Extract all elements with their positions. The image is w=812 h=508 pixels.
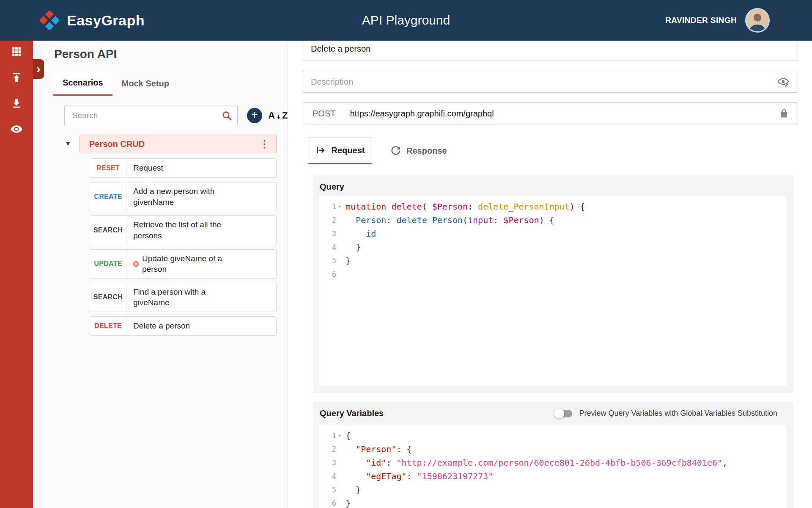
scenario-panel: Person API Scenarios Mock Setup + A (33, 41, 288, 508)
http-method-label[interactable]: POST (313, 109, 335, 119)
sort-letter-a: A (268, 110, 275, 121)
scenario-tag: CREATE (90, 182, 126, 211)
scenario-label: Request (126, 159, 276, 177)
line-gutter: 2 (319, 442, 343, 456)
line-number: 1 (319, 429, 336, 442)
toggle-knob (554, 409, 564, 419)
line-gutter: 2 (319, 213, 343, 227)
line-content: } (343, 497, 351, 508)
scenario-tag: SEARCH (90, 216, 126, 244)
request-arrow-icon (315, 145, 326, 156)
scenario-group-person-crud[interactable]: Person CRUD ⋮ (80, 135, 277, 153)
scenario-item[interactable]: SEARCH Find a person with a giveName (90, 283, 277, 312)
scenario-item[interactable]: DELETE Delete a person (90, 316, 277, 336)
user-name: RAVINDER SINGH (665, 16, 737, 25)
line-content (343, 268, 346, 281)
line-gutter: 5 (319, 254, 343, 268)
query-variables-section: Query Variables Preview Query Variables … (313, 402, 793, 508)
plus-icon: + (251, 109, 258, 121)
api-title: Person API (54, 47, 117, 61)
query-variables-heading: Query Variables (320, 409, 384, 418)
variables-editor[interactable]: 1 ▾ { 2 "Person": { 3 "id": "http://exam… (319, 425, 786, 508)
query-heading: Query (313, 175, 793, 192)
line-gutter: 6 (319, 268, 343, 281)
code-line: 2 "Person": { (319, 442, 786, 456)
scenario-label: Update giveName of a person (126, 250, 276, 278)
line-number: 4 (319, 240, 336, 254)
add-scenario-button[interactable]: + (247, 108, 262, 123)
scenario-label: Delete a person (126, 317, 276, 335)
response-refresh-icon (390, 145, 401, 157)
line-content: { (343, 429, 351, 442)
scenario-label: Add a new person with givenName (126, 182, 276, 211)
line-gutter: 3 (319, 227, 343, 240)
description-input[interactable] (302, 71, 798, 92)
upload-icon[interactable] (7, 68, 26, 87)
request-response-tabs: Request Response (308, 137, 455, 164)
endpoint-url[interactable]: https://easygraph.graphifi.com/graphql (350, 109, 494, 119)
line-gutter: 5 (319, 483, 343, 497)
line-content: } (343, 483, 361, 497)
line-gutter: 4 (319, 240, 343, 254)
line-content: id (343, 227, 376, 240)
app-window: EasyGraph API Playground RAVINDER SINGH (0, 0, 812, 508)
icon-rail (0, 41, 33, 508)
expand-panel-handle[interactable]: › (33, 59, 44, 79)
user-menu[interactable]: RAVINDER SINGH (665, 0, 770, 41)
apps-grid-icon[interactable] (7, 42, 26, 61)
line-number: 3 (319, 227, 336, 240)
tab-response[interactable]: Response (381, 137, 455, 164)
code-line: 4 "egETag": "1590623197273" (319, 469, 786, 483)
main-content: POST https://easygraph.graphifi.com/grap… (288, 41, 812, 508)
kebab-menu-icon[interactable]: ⋮ (260, 138, 276, 150)
sort-alpha-button[interactable]: A Z (268, 110, 288, 121)
code-line: 5 } (319, 483, 786, 497)
line-content: "Person": { (343, 442, 412, 456)
description-field (302, 71, 798, 93)
query-section: Query 1 ▾ mutation delete( $Person: dele… (313, 175, 793, 393)
scenario-item[interactable]: CREATE Add a new person with givenName (90, 182, 277, 211)
download-icon[interactable] (7, 94, 26, 113)
search-input[interactable] (65, 111, 221, 120)
fold-caret-icon: ▾ (336, 200, 343, 213)
search-icon[interactable] (221, 110, 232, 121)
line-number: 2 (319, 442, 336, 456)
panel-tabs: Scenarios Mock Setup (53, 71, 178, 96)
line-content: } (343, 254, 351, 268)
scenario-item[interactable]: UPDATE Update giveName of a person (90, 249, 277, 279)
code-line: 5 } (319, 254, 786, 268)
line-number: 6 (319, 497, 336, 508)
scenario-tag: RESET (90, 159, 126, 177)
code-line: 6 (319, 268, 786, 281)
eye-icon[interactable] (7, 120, 26, 138)
search-row: + A Z (64, 105, 288, 126)
endpoint-bar[interactable]: POST https://easygraph.graphifi.com/grap… (302, 102, 798, 124)
tab-mock-setup[interactable]: Mock Setup (112, 71, 178, 96)
line-number: 1 (319, 200, 336, 213)
preview-icon[interactable] (777, 76, 789, 88)
lock-icon[interactable] (779, 108, 789, 119)
substitution-toggle-label: Preview Query Variables with Global Vari… (579, 409, 777, 418)
line-number: 6 (319, 268, 336, 281)
line-gutter: 1 ▾ (319, 429, 343, 442)
tab-request-label: Request (332, 146, 365, 155)
chevron-down-icon[interactable]: ▾ (66, 138, 70, 148)
chevron-right-icon: › (36, 62, 40, 76)
scenario-item[interactable]: SEARCH Retrieve the list of all the pers… (90, 215, 277, 245)
scenario-item[interactable]: RESET Request (90, 158, 277, 178)
code-line: 4 } (319, 240, 786, 254)
tab-request[interactable]: Request (308, 137, 372, 164)
avatar[interactable] (745, 8, 770, 33)
line-number: 3 (319, 456, 336, 469)
fold-caret-icon: ▾ (336, 429, 343, 442)
line-number: 4 (319, 469, 336, 483)
scenario-label: Find a person with a giveName (126, 283, 276, 312)
code-line: 1 ▾ mutation delete( $Person: delete_Per… (319, 200, 786, 213)
search-box (64, 105, 238, 126)
line-gutter: 1 ▾ (319, 200, 343, 213)
line-content: mutation delete( $Person: delete_PersonI… (343, 200, 585, 213)
preview-substitution-toggle[interactable] (555, 410, 572, 417)
line-content: "id": "http://example.com/person/60ece80… (343, 456, 727, 469)
tab-scenarios[interactable]: Scenarios (53, 71, 112, 96)
query-editor[interactable]: 1 ▾ mutation delete( $Person: delete_Per… (319, 196, 786, 386)
